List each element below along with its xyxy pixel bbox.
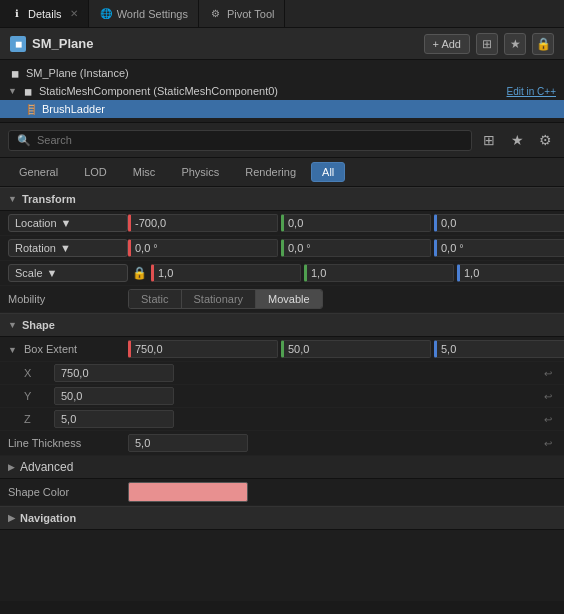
lock-icon-button[interactable]: 🔒	[532, 33, 554, 55]
location-label: Location ▼	[8, 214, 128, 232]
filter-tab-lod[interactable]: LOD	[73, 162, 118, 182]
grid-icon-button[interactable]: ⊞	[476, 33, 498, 55]
scale-values	[151, 264, 564, 282]
y-input[interactable]	[54, 387, 174, 405]
section-shape[interactable]: ▼ Shape	[0, 313, 564, 337]
section-transform[interactable]: ▼ Transform	[0, 187, 564, 211]
rotation-z-input[interactable]	[434, 239, 564, 257]
location-z-input[interactable]	[434, 214, 564, 232]
line-thickness-value	[128, 434, 540, 452]
z-value	[54, 410, 540, 428]
shape-color-label: Shape Color	[8, 486, 128, 498]
location-x-input[interactable]	[128, 214, 278, 232]
prop-row-box-extent: ▼ Box Extent ↩	[0, 337, 564, 362]
tab-pivot-tool[interactable]: ⚙ Pivot Tool	[199, 0, 286, 27]
scale-dropdown-arrow: ▼	[47, 267, 58, 279]
static-mesh-component-icon: ◼	[21, 84, 35, 98]
line-thickness-reset[interactable]: ↩	[540, 438, 556, 449]
shape-arrow: ▼	[8, 320, 17, 330]
add-button-label: + Add	[433, 38, 461, 50]
filter-tab-misc[interactable]: Misc	[122, 162, 167, 182]
navigation-arrow: ▶	[8, 513, 15, 523]
tree-item-brush-ladder[interactable]: 🪜 BrushLadder	[0, 100, 564, 118]
shape-color-swatch[interactable]	[128, 482, 248, 502]
shape-color-value	[128, 482, 556, 502]
search-input-wrap[interactable]: 🔍	[8, 130, 472, 151]
box-extent-y-input[interactable]	[281, 340, 431, 358]
location-y-input[interactable]	[281, 214, 431, 232]
section-advanced-label: Advanced	[20, 460, 73, 474]
mobility-values: Static Stationary Movable	[128, 289, 556, 309]
scale-z-input[interactable]	[457, 264, 564, 282]
tree-item-static-mesh-label: StaticMeshComponent (StaticMeshComponent…	[39, 85, 278, 97]
tab-details-label: Details	[28, 8, 62, 20]
scale-dropdown[interactable]: Scale ▼	[8, 264, 128, 282]
scale-label: Scale ▼	[8, 264, 128, 282]
prop-row-scale: Scale ▼ 🔒 ↩	[0, 261, 564, 286]
y-label: Y	[24, 390, 54, 402]
z-reset[interactable]: ↩	[540, 414, 556, 425]
mobility-group: Static Stationary Movable	[128, 289, 323, 309]
section-advanced[interactable]: ▶ Advanced	[0, 456, 564, 479]
prop-row-rotation: Rotation ▼ ↩	[0, 236, 564, 261]
pivot-tool-icon: ⚙	[209, 7, 223, 21]
tree-arrow-static-mesh: ▼	[8, 86, 17, 96]
tree-item-static-mesh-component[interactable]: ▼ ◼ StaticMeshComponent (StaticMeshCompo…	[0, 82, 564, 100]
title-bar-left: ◼ SM_Plane	[10, 36, 424, 52]
filter-tabs: General LOD Misc Physics Rendering All	[0, 158, 564, 187]
filter-tab-general[interactable]: General	[8, 162, 69, 182]
box-extent-values	[128, 340, 564, 358]
y-reset[interactable]: ↩	[540, 391, 556, 402]
rotation-dropdown-arrow: ▼	[60, 242, 71, 254]
filter-tab-all[interactable]: All	[311, 162, 345, 182]
z-input[interactable]	[54, 410, 174, 428]
columns-icon[interactable]: ⊞	[478, 129, 500, 151]
advanced-arrow: ▶	[8, 462, 15, 472]
line-thickness-label: Line Thickness	[8, 437, 128, 449]
filter-tab-rendering[interactable]: Rendering	[234, 162, 307, 182]
favorites-icon[interactable]: ★	[506, 129, 528, 151]
tab-world-settings-label: World Settings	[117, 8, 188, 20]
y-value	[54, 387, 540, 405]
filter-tab-physics[interactable]: Physics	[170, 162, 230, 182]
sm-plane-instance-icon: ◼	[8, 66, 22, 80]
prop-row-location: Location ▼ ↩	[0, 211, 564, 236]
tab-details-close[interactable]: ✕	[70, 8, 78, 19]
section-shape-label: Shape	[22, 319, 55, 331]
prop-row-mobility: Mobility Static Stationary Movable	[0, 286, 564, 313]
mobility-stationary[interactable]: Stationary	[182, 290, 257, 308]
rotation-x-input[interactable]	[128, 239, 278, 257]
mobility-movable[interactable]: Movable	[256, 290, 322, 308]
line-thickness-input[interactable]	[128, 434, 248, 452]
box-extent-z-input[interactable]	[434, 340, 564, 358]
scale-lock-icon[interactable]: 🔒	[132, 266, 147, 280]
world-settings-icon: 🌐	[99, 7, 113, 21]
title-bar-right: + Add ⊞ ★ 🔒	[424, 33, 554, 55]
box-extent-label: ▼ Box Extent	[8, 343, 128, 355]
rotation-label: Rotation ▼	[8, 239, 128, 257]
tab-world-settings[interactable]: 🌐 World Settings	[89, 0, 199, 27]
settings-icon[interactable]: ⚙	[534, 129, 556, 151]
scale-x-input[interactable]	[151, 264, 301, 282]
box-extent-x-input[interactable]	[128, 340, 278, 358]
tree-item-sm-plane-instance[interactable]: ◼ SM_Plane (Instance)	[0, 64, 564, 82]
section-navigation[interactable]: ▶ Navigation	[0, 506, 564, 530]
tab-details[interactable]: ℹ Details ✕	[0, 0, 89, 27]
edit-in-cpp-button[interactable]: Edit in C++	[507, 86, 556, 97]
location-dropdown-arrow: ▼	[61, 217, 72, 229]
star-icon-button[interactable]: ★	[504, 33, 526, 55]
add-button[interactable]: + Add	[424, 34, 470, 54]
scale-y-input[interactable]	[304, 264, 454, 282]
mobility-static[interactable]: Static	[129, 290, 182, 308]
rotation-values	[128, 239, 564, 257]
tab-pivot-tool-label: Pivot Tool	[227, 8, 275, 20]
x-reset[interactable]: ↩	[540, 368, 556, 379]
location-dropdown[interactable]: Location ▼	[8, 214, 128, 232]
mobility-label: Mobility	[8, 293, 128, 305]
search-input[interactable]	[37, 134, 463, 146]
rotation-dropdown[interactable]: Rotation ▼	[8, 239, 128, 257]
search-icon: 🔍	[17, 134, 31, 147]
x-input[interactable]	[54, 364, 174, 382]
z-label: Z	[24, 413, 54, 425]
rotation-y-input[interactable]	[281, 239, 431, 257]
